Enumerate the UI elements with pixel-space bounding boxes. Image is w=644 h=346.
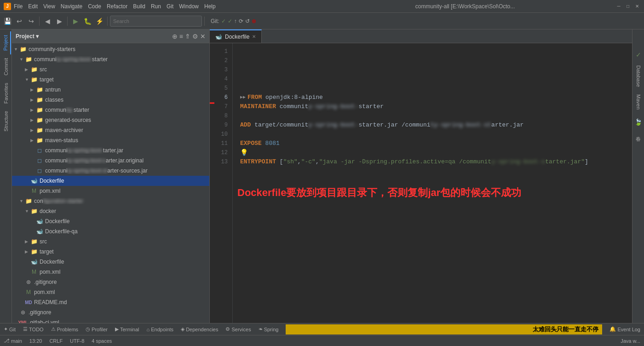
menu-item-window[interactable]: Window (179, 3, 199, 10)
tree-item-docker-folder[interactable]: ▼ 📁 docker (12, 206, 209, 216)
tree-item-classes[interactable]: ▶ 📁 classes (12, 95, 209, 105)
menu-item-git[interactable]: Git (167, 3, 173, 10)
tree-item-commun-target[interactable]: ▶ 📁 community-starter (12, 105, 209, 115)
forward-button[interactable]: ▶ (54, 16, 65, 27)
tree-item-gitlab[interactable]: YML .gitlab-ci.yml (12, 317, 209, 323)
bottom-git[interactable]: ✦ Git (4, 326, 16, 332)
project-panel-actions[interactable]: ⊕ ≡ ⇑ ⚙ ✕ (172, 33, 206, 40)
tree-item-dockerfile3[interactable]: 🐋 Dockerfile (12, 257, 209, 267)
tree-item-pom3[interactable]: M pom.xml (12, 287, 209, 297)
git-icon: ✦ (4, 326, 8, 332)
tree-item-target2[interactable]: ▶ 📁 target (12, 247, 209, 257)
tree-item-jar3[interactable]: ◻ community-spring-boot-starter-sources.… (12, 166, 209, 176)
tree-item-generated-sources[interactable]: ▶ 📁 generated-sources (12, 115, 209, 125)
git-area: Git: ✓ ✓ ↑ ⟳ ↺ ⊗ (211, 18, 256, 24)
menu-item-file[interactable]: File (14, 3, 23, 10)
tree-item-maven-archiver[interactable]: ▶ 📁 maven-archiver (12, 125, 209, 135)
sidebar-tab-commit[interactable]: Commit (1, 54, 11, 79)
sidebar-tab-spring-icon[interactable]: 🍃 (633, 117, 644, 127)
sidebar-tab-project[interactable]: Project (1, 31, 11, 54)
debug-button[interactable]: 🐛 (82, 16, 93, 27)
tree-item-communi-starter[interactable]: ▼ 📁 community-spring-boot-starter (12, 54, 209, 64)
minimize-button[interactable]: ─ (615, 3, 622, 10)
menu-bar[interactable]: FileEditViewNavigateCodeRefactorBuildRun… (14, 3, 315, 10)
bottom-profiler[interactable]: ◷ Profiler (86, 326, 108, 332)
sidebar-tab-database[interactable]: Database (634, 62, 643, 91)
lang-status[interactable]: Java w... (621, 338, 640, 344)
editor-tabs: 🐋 Dockerfile ✕ (210, 29, 632, 43)
tree-item-readme[interactable]: MD README.md (12, 297, 209, 307)
run-button[interactable]: ▶ (70, 16, 81, 27)
menu-item-navigate[interactable]: Navigate (61, 3, 82, 10)
git-push-icon[interactable]: ✓ (228, 18, 232, 24)
tree-item-src[interactable]: ▶ 📁 src (12, 64, 209, 75)
code-line-12: 💡 (240, 148, 625, 157)
back-button[interactable]: ◀ (42, 16, 53, 27)
tree-item-pom2[interactable]: M pom.xml (12, 267, 209, 277)
bottom-dependencies[interactable]: ◈ Dependencies (181, 326, 218, 332)
tree-item-jar2[interactable]: ◻ community-spring-boot-sarter.jar.origi… (12, 156, 209, 166)
tab-close-button[interactable]: ✕ (252, 34, 256, 39)
project-panel: Project ▾ ⊕ ≡ ⇑ ⚙ ✕ ▼ 📁 community-starte… (12, 29, 210, 323)
tree-item-jar1[interactable]: ◻ community-spring-boot-tarter.jar (12, 145, 209, 156)
title-bar: J FileEditViewNavigateCodeRefactorBuildR… (0, 0, 644, 13)
bottom-spring[interactable]: ❧ Spring (259, 326, 279, 332)
collapse-icon[interactable]: ≡ (179, 33, 183, 40)
tree-item-community-starters[interactable]: ▼ 📁 community-starters (12, 44, 209, 54)
locate-icon[interactable]: ⊕ (172, 33, 178, 40)
profile-button[interactable]: ⚡ (94, 16, 105, 27)
tree-item-dockerfile2[interactable]: 🐋 Dockerfile (12, 216, 209, 226)
tree-item-maven-status[interactable]: ▶ 📁 maven-status (12, 135, 209, 145)
sidebar-tab-maven[interactable]: Maven (634, 91, 643, 113)
menu-item-run[interactable]: Run (151, 3, 161, 10)
git-status[interactable]: ⎇ main (4, 338, 22, 344)
menu-item-help[interactable]: Help (204, 3, 216, 10)
git-check-icon[interactable]: ✓ (221, 18, 226, 24)
tree-item-gitignore2[interactable]: ⊛ .gitignore (12, 307, 209, 317)
checkmark-icon[interactable]: ✓ (633, 50, 644, 60)
maximize-button[interactable]: □ (625, 3, 631, 10)
code-editor[interactable]: ▶▶ FROM openjdk:8-alpine MAINTAINER comm… (233, 43, 632, 323)
bottom-endpoints[interactable]: ⌂ Endpoints (147, 327, 174, 332)
expand-icon[interactable]: ⇑ (185, 33, 190, 40)
git-history-icon[interactable]: ⟳ (239, 18, 243, 24)
tree-item-dockerfile-qa[interactable]: 🐋 Dockerfile-qa (12, 226, 209, 236)
encoding-status[interactable]: UTF-8 (70, 338, 84, 344)
tree-item-con-folder[interactable]: ▼ 📁 configuration-starter (12, 196, 209, 206)
search-input[interactable] (110, 16, 202, 27)
menu-item-view[interactable]: View (43, 3, 55, 10)
code-line-4 (240, 75, 625, 84)
bottom-services[interactable]: ⚙ Services (225, 326, 251, 332)
window-controls[interactable]: ─ □ ✕ (615, 3, 640, 10)
sidebar-tab-favorites[interactable]: Favorites (1, 79, 11, 107)
bottom-terminal[interactable]: ▶ Terminal (115, 326, 139, 332)
menu-item-build[interactable]: Build (133, 3, 145, 10)
close-button[interactable]: ✕ (634, 3, 640, 10)
git-branch-name: main (11, 338, 22, 344)
sidebar-tab-chinese[interactable]: 春 (633, 129, 644, 136)
code-line-9: ADD target/community-spring-boot-starter… (240, 121, 625, 130)
crlf-status[interactable]: CRLF (49, 338, 63, 344)
tree-item-antrun[interactable]: ▶ 📁 antrun (12, 85, 209, 95)
git-update-icon[interactable]: ↑ (234, 18, 237, 24)
tree-item-src2[interactable]: ▶ 📁 src (12, 236, 209, 247)
sidebar-tab-structure[interactable]: Structure (1, 107, 11, 135)
tab-dockerfile[interactable]: 🐋 Dockerfile ✕ (210, 29, 262, 43)
close-panel-icon[interactable]: ✕ (200, 33, 206, 40)
undo-button[interactable]: ↩ (14, 16, 25, 27)
tree-item-target[interactable]: ▼ 📁 target (12, 75, 209, 85)
save-button[interactable]: 💾 (2, 16, 13, 27)
redo-button[interactable]: ↪ (26, 16, 37, 27)
git-revert-icon[interactable]: ↺ (245, 18, 250, 24)
settings-icon[interactable]: ⚙ (192, 33, 198, 40)
bottom-event-log[interactable]: 🔔 Event Log (610, 326, 640, 332)
tree-item-pom1[interactable]: M pom.xml (12, 186, 209, 196)
menu-item-refactor[interactable]: Refactor (107, 3, 127, 10)
bottom-todo[interactable]: ☰ TODO (23, 326, 44, 332)
menu-item-edit[interactable]: Edit (28, 3, 38, 10)
tree-item-dockerfile1[interactable]: 🐋 Dockerfile (12, 176, 209, 186)
bottom-problems[interactable]: ⚠ Problems (51, 326, 78, 332)
menu-item-code[interactable]: Code (88, 3, 101, 10)
tree-item-gitignore1[interactable]: ⊛ .gitignore (12, 277, 209, 287)
indent-status[interactable]: 4 spaces (92, 338, 112, 344)
